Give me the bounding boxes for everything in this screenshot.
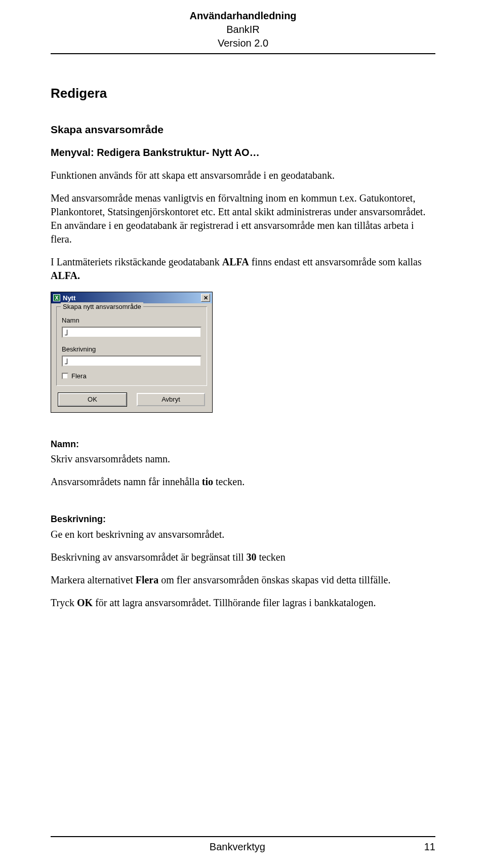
paragraph: Med ansvarsområde menas vanligtvis en fö…	[51, 191, 435, 246]
nytt-dialog: X Nytt ✕ Skapa nytt ansvarsområde Namn B…	[51, 292, 213, 413]
paragraph: I Lantmäteriets rikstäckande geodatabank…	[51, 255, 435, 283]
label-namn: Namn	[62, 316, 201, 325]
field-label-namn: Namn:	[51, 438, 435, 450]
paragraph: Markera alternativet Flera om fler ansva…	[51, 573, 435, 587]
cancel-button[interactable]: Avbryt	[137, 393, 205, 406]
ok-button[interactable]: OK	[58, 393, 127, 406]
section-heading: Redigera	[51, 85, 435, 102]
paragraph: Funktionen används för att skapa ett ans…	[51, 169, 435, 182]
doc-header-title: Användarhandledning	[51, 9, 435, 23]
paragraph: Skriv ansvarsområdets namn.	[51, 452, 435, 466]
paragraph: Ge en kort beskrivning av ansvarsområdet…	[51, 528, 435, 541]
footer-divider	[51, 836, 435, 837]
footer-center: Bankverktyg	[210, 840, 265, 854]
field-label-beskrivning: Beskrivning:	[51, 513, 435, 525]
flera-checkbox[interactable]	[62, 373, 68, 379]
paragraph: Tryck OK för att lagra ansvarsområdet. T…	[51, 596, 435, 610]
header-divider	[51, 53, 435, 54]
close-icon[interactable]: ✕	[201, 294, 210, 302]
namn-input[interactable]	[62, 327, 201, 338]
paragraph: Beskrivning av ansvarsområdet är begräns…	[51, 550, 435, 564]
doc-header-product: BankIR	[51, 23, 435, 36]
section-subheading: Skapa ansvarsområde	[51, 123, 435, 137]
label-beskrivning: Beskrivning	[62, 345, 201, 354]
dialog-title: Nytt	[63, 294, 201, 303]
doc-header-version: Version 2.0	[51, 36, 435, 50]
app-icon: X	[53, 294, 60, 301]
groupbox-skapa-nytt: Skapa nytt ansvarsområde Namn Beskrivnin…	[56, 306, 207, 386]
beskrivning-input[interactable]	[62, 356, 201, 367]
dialog-titlebar: X Nytt ✕	[51, 292, 212, 303]
page-number: 11	[424, 840, 435, 854]
groupbox-legend: Skapa nytt ansvarsområde	[61, 302, 143, 311]
flera-label: Flera	[71, 372, 87, 381]
paragraph: Ansvarsområdets namn får innehålla tio t…	[51, 475, 435, 489]
menuval-line: Menyval: Redigera Bankstruktur- Nytt AO…	[51, 146, 435, 160]
